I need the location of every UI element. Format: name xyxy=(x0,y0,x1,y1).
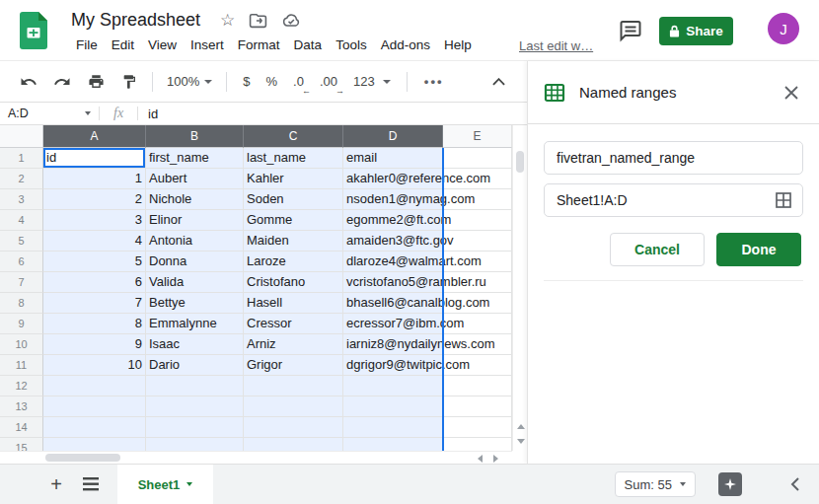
cell-A12[interactable] xyxy=(43,376,146,396)
formula-input[interactable]: id xyxy=(138,107,527,121)
menu-item-edit[interactable]: Edit xyxy=(105,36,141,54)
row-header-11[interactable]: 11 xyxy=(0,355,43,376)
column-header-a[interactable]: A xyxy=(43,125,146,148)
name-box[interactable]: A:D xyxy=(0,103,99,124)
row-header-7[interactable]: 7 xyxy=(0,272,43,293)
cell-B9[interactable]: Emmalynne xyxy=(146,314,244,334)
column-header-d[interactable]: D xyxy=(343,125,443,148)
cell-B3[interactable]: Nichole xyxy=(146,189,244,210)
cell-D13[interactable] xyxy=(343,396,443,417)
cancel-button[interactable]: Cancel xyxy=(610,233,705,266)
cell-D10[interactable]: iarniz8@nydailynews.com xyxy=(343,334,443,355)
cell-B11[interactable]: Dario xyxy=(146,355,244,376)
cell-A15[interactable] xyxy=(43,438,146,451)
cell-A4[interactable]: 3 xyxy=(43,210,146,231)
cell-E14[interactable] xyxy=(443,417,512,438)
cell-B1[interactable]: first_name xyxy=(146,148,244,169)
row-header-1[interactable]: 1 xyxy=(0,148,43,169)
more-toolbar-options-button[interactable]: ••• xyxy=(419,68,449,96)
menu-item-view[interactable]: View xyxy=(141,36,184,54)
row-header-14[interactable]: 14 xyxy=(0,417,43,438)
cell-A8[interactable]: 7 xyxy=(43,293,146,314)
sum-badge[interactable]: Sum: 55 xyxy=(615,471,696,497)
cell-B10[interactable]: Isaac xyxy=(146,334,244,355)
move-folder-icon[interactable] xyxy=(249,13,267,29)
all-sheets-menu-button[interactable] xyxy=(78,471,104,497)
cell-E1[interactable] xyxy=(443,148,512,169)
menu-item-file[interactable]: File xyxy=(69,36,105,54)
vertical-scrollbar-thumb[interactable] xyxy=(516,151,524,173)
scroll-down-arrow[interactable] xyxy=(517,439,525,444)
menu-item-data[interactable]: Data xyxy=(287,36,330,54)
column-header-c[interactable]: C xyxy=(244,125,343,148)
cell-A7[interactable]: 6 xyxy=(43,272,146,293)
add-sheet-button[interactable]: + xyxy=(43,471,69,497)
cell-C5[interactable]: Maiden xyxy=(244,231,343,252)
sheet-tab-sheet1[interactable]: Sheet1 xyxy=(117,465,213,504)
select-all-corner[interactable] xyxy=(0,125,43,148)
cell-C8[interactable]: Hasell xyxy=(244,293,343,314)
row-header-13[interactable]: 13 xyxy=(0,396,43,417)
cell-C13[interactable] xyxy=(244,396,343,417)
column-header-e[interactable]: E xyxy=(443,125,512,148)
cell-C1[interactable]: last_name xyxy=(244,148,343,169)
cell-A5[interactable]: 4 xyxy=(43,231,146,252)
cell-C3[interactable]: Soden xyxy=(244,189,343,210)
range-name-input[interactable] xyxy=(544,141,803,175)
horizontal-scrollbar-thumb[interactable] xyxy=(45,454,120,462)
column-header-b[interactable]: B xyxy=(146,125,244,148)
cell-C14[interactable] xyxy=(244,417,343,438)
cell-D1[interactable]: email xyxy=(343,148,443,169)
menu-item-help[interactable]: Help xyxy=(437,36,479,54)
cell-C10[interactable]: Arniz xyxy=(244,334,343,355)
hide-menus-button[interactable] xyxy=(485,69,511,95)
cell-C6[interactable]: Laroze xyxy=(244,252,343,272)
done-button[interactable]: Done xyxy=(716,233,801,266)
menu-item-insert[interactable]: Insert xyxy=(184,36,231,54)
document-title[interactable]: My Spreadsheet xyxy=(71,10,200,31)
scroll-right-arrow[interactable] xyxy=(493,455,498,463)
cell-C12[interactable] xyxy=(244,376,343,396)
avatar[interactable]: J xyxy=(768,13,799,44)
cell-D3[interactable]: nsoden1@nymag.com xyxy=(343,189,443,210)
cell-A14[interactable] xyxy=(43,417,146,438)
cell-D5[interactable]: amaiden3@ftc.gov xyxy=(343,231,443,252)
scroll-up-arrow[interactable] xyxy=(517,424,525,429)
row-header-12[interactable]: 12 xyxy=(0,376,43,396)
cell-E15[interactable] xyxy=(443,438,512,451)
row-header-10[interactable]: 10 xyxy=(0,334,43,355)
range-reference-input[interactable] xyxy=(544,183,803,217)
sheets-logo-icon[interactable] xyxy=(20,12,47,49)
cell-D9[interactable]: ecressor7@ibm.com xyxy=(343,314,443,334)
format-currency-button[interactable]: $ xyxy=(235,69,258,95)
cell-B4[interactable]: Elinor xyxy=(146,210,244,231)
cell-B15[interactable] xyxy=(146,438,244,451)
cell-C7[interactable]: Cristofano xyxy=(244,272,343,293)
select-data-range-icon[interactable] xyxy=(775,191,792,209)
cell-D15[interactable] xyxy=(343,438,443,451)
cell-B13[interactable] xyxy=(146,396,244,417)
cell-D6[interactable]: dlaroze4@walmart.com xyxy=(343,252,443,272)
cell-E12[interactable] xyxy=(443,376,512,396)
row-header-3[interactable]: 3 xyxy=(0,189,43,210)
horizontal-scrollbar[interactable] xyxy=(0,451,512,464)
cell-A3[interactable]: 2 xyxy=(43,189,146,210)
collapse-panel-chevron[interactable] xyxy=(782,471,807,497)
cell-D7[interactable]: vcristofano5@rambler.ru xyxy=(343,272,443,293)
cell-D2[interactable]: akahler0@reference.com xyxy=(343,169,443,189)
star-icon[interactable]: ☆ xyxy=(220,12,235,29)
scroll-left-arrow[interactable] xyxy=(478,455,483,463)
row-header-5[interactable]: 5 xyxy=(0,231,43,252)
menu-item-tools[interactable]: Tools xyxy=(329,36,374,54)
menu-item-format[interactable]: Format xyxy=(231,36,287,54)
share-button[interactable]: Share xyxy=(659,17,733,45)
cell-D12[interactable] xyxy=(343,376,443,396)
undo-button[interactable] xyxy=(14,68,43,96)
cell-C4[interactable]: Gomme xyxy=(244,210,343,231)
row-header-6[interactable]: 6 xyxy=(0,252,43,272)
menu-item-add-ons[interactable]: Add-ons xyxy=(374,36,437,54)
cell-A9[interactable]: 8 xyxy=(43,314,146,334)
row-header-9[interactable]: 9 xyxy=(0,314,43,334)
cell-A1[interactable]: id xyxy=(43,148,146,169)
zoom-select[interactable]: 100% xyxy=(161,69,218,95)
